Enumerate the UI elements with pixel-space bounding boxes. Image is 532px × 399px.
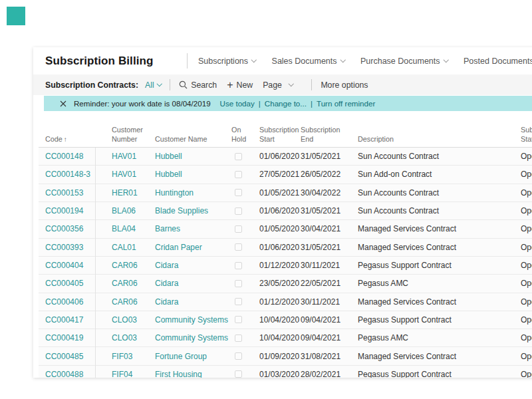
column-header-on-hold[interactable]: On Hold [231, 125, 259, 144]
column-header-customer-name[interactable]: Customer Name [155, 134, 231, 144]
code-link[interactable]: CC000148 [45, 152, 83, 161]
nav-item-label: Posted Documents [464, 57, 532, 66]
cell-wrap [231, 316, 259, 323]
on-hold-checkbox[interactable] [235, 370, 242, 378]
nav-item-posted-documents[interactable]: Posted Documents [464, 57, 532, 66]
cell-wrap: CC000488 [45, 370, 112, 378]
column-header-subscription-end[interactable]: Subscription End [301, 125, 358, 144]
cell-wrap: HAV01 [112, 170, 155, 179]
table-row: CC000485FIF03Fortune Group01/09/202031/0… [39, 347, 532, 365]
command-bar: Subscription Contracts: All Search + New… [33, 74, 532, 95]
close-reminder-button[interactable] [60, 100, 66, 107]
code-link[interactable]: CC000393 [45, 243, 83, 252]
description-cell: Pegasus AMC [358, 333, 408, 342]
filter-all-dropdown[interactable]: All [145, 80, 161, 90]
nav-item-purchase-documents[interactable]: Purchase Documents [360, 57, 448, 66]
cell-wrap: Open [521, 297, 532, 307]
code-link[interactable]: CC000356 [45, 224, 83, 233]
on-hold-checkbox[interactable] [235, 225, 242, 233]
code-link[interactable]: CC000405 [45, 279, 83, 288]
customer-number-link[interactable]: FIF03 [112, 352, 132, 361]
description-cell: Pegasus Support Contract [358, 261, 452, 270]
on-hold-checkbox[interactable] [235, 207, 242, 215]
table-row: CC000148HAV01Hubbell01/06/202031/05/2021… [39, 148, 532, 166]
column-header-customer-number[interactable]: Customer Number [112, 125, 155, 144]
subscription-status-cell: Open [521, 206, 532, 215]
customer-number-link[interactable]: CLO03 [112, 333, 137, 342]
cell-wrap: Barnes [155, 224, 231, 233]
reminder-link-turn-off-reminder[interactable]: Turn off reminder [317, 99, 375, 108]
code-link[interactable]: CC000148-3 [45, 170, 90, 179]
nav-item-label: Purchase Documents [360, 57, 440, 66]
on-hold-checkbox[interactable] [235, 171, 242, 178]
on-hold-checkbox[interactable] [235, 352, 242, 360]
customer-name-link[interactable]: Hubbell [155, 170, 182, 179]
cell-wrap: 01/09/2020 [259, 352, 301, 361]
nav-item-sales-documents[interactable]: Sales Documents [272, 57, 344, 66]
on-hold-checkbox[interactable] [235, 153, 242, 160]
code-link[interactable]: CC000194 [45, 206, 83, 215]
customer-number-link[interactable]: CAR06 [112, 297, 138, 307]
customer-name-link[interactable]: First Housing [155, 370, 202, 378]
code-link[interactable]: CC000417 [45, 315, 83, 325]
column-header-description[interactable]: Description [358, 134, 521, 144]
page-title: Subscription Billing [45, 55, 154, 68]
code-link[interactable]: CC000419 [45, 333, 83, 342]
column-header-subscription-start[interactable]: Subscription Start [259, 125, 301, 144]
on-hold-checkbox[interactable] [235, 316, 242, 323]
customer-number-link[interactable]: FIF04 [112, 370, 132, 378]
customer-number-link[interactable]: BLA04 [112, 224, 136, 233]
customer-name-link[interactable]: Huntington [155, 188, 194, 198]
customer-name-link[interactable]: Cridan Paper [155, 243, 202, 252]
subscription-status-cell: Open [521, 279, 532, 288]
on-hold-checkbox[interactable] [235, 298, 242, 305]
customer-number-link[interactable]: CAR06 [112, 279, 138, 288]
search-button[interactable]: Search [179, 80, 217, 90]
cell-wrap: 27/05/2021 [259, 170, 301, 179]
on-hold-checkbox[interactable] [235, 262, 242, 269]
cell-wrap [231, 207, 259, 215]
customer-name-link[interactable]: Cidara [155, 279, 178, 288]
column-header-code[interactable]: Code↑ [45, 134, 112, 144]
customer-number-link[interactable]: HAV01 [112, 152, 136, 161]
customer-number-link[interactable]: CLO03 [112, 315, 137, 325]
customer-name-link[interactable]: Cidara [155, 297, 178, 307]
subscription-start-cell: 10/04/2020 [259, 315, 299, 325]
customer-number-link[interactable]: HAV01 [112, 170, 136, 179]
code-link[interactable]: CC000485 [45, 352, 83, 361]
customer-number-link[interactable]: CAR06 [112, 261, 138, 270]
more-options-button[interactable]: More options [321, 80, 368, 90]
customer-name-link[interactable]: Community Systems [155, 315, 228, 325]
customer-number-link[interactable]: CAL01 [112, 243, 136, 252]
reminder-link-use-today[interactable]: Use today [220, 99, 255, 108]
on-hold-checkbox[interactable] [235, 334, 242, 342]
new-button[interactable]: + New [227, 80, 253, 90]
on-hold-checkbox[interactable] [235, 280, 242, 287]
cell-wrap: 31/08/2021 [301, 352, 358, 361]
customer-name-link[interactable]: Barnes [155, 224, 180, 233]
subscription-start-cell: 01/12/2020 [259, 297, 299, 307]
customer-name-link[interactable]: Cidara [155, 261, 178, 270]
subscription-start-cell: 27/05/2021 [259, 170, 299, 179]
column-header-subscription-status[interactable]: Subscription Status [521, 125, 532, 144]
customer-number-link[interactable]: HER01 [112, 188, 138, 198]
on-hold-checkbox[interactable] [235, 243, 242, 251]
code-link[interactable]: CC000153 [45, 188, 83, 198]
customer-number-link[interactable]: BLA06 [112, 206, 136, 215]
customer-name-link[interactable]: Hubbell [155, 152, 182, 161]
subscription-status-cell: Open [521, 261, 532, 270]
on-hold-checkbox[interactable] [235, 189, 242, 196]
code-link[interactable]: CC000488 [45, 370, 83, 378]
table-row: CC000417CLO03Community Systems10/04/2020… [39, 311, 532, 329]
cell-wrap: Open [521, 152, 532, 161]
nav-item-subscriptions[interactable]: Subscriptions [198, 57, 256, 66]
customer-name-link[interactable]: Blade Supplies [155, 206, 208, 215]
page-dropdown[interactable]: Page [263, 80, 293, 90]
freeze-pane-divider [95, 148, 96, 378]
reminder-link-change-to[interactable]: Change to... [265, 99, 307, 108]
code-link[interactable]: CC000406 [45, 297, 83, 307]
customer-name-link[interactable]: Fortune Group [155, 352, 207, 361]
cell-wrap: Open [521, 170, 532, 179]
code-link[interactable]: CC000404 [45, 261, 83, 270]
customer-name-link[interactable]: Community Systems [155, 333, 228, 342]
